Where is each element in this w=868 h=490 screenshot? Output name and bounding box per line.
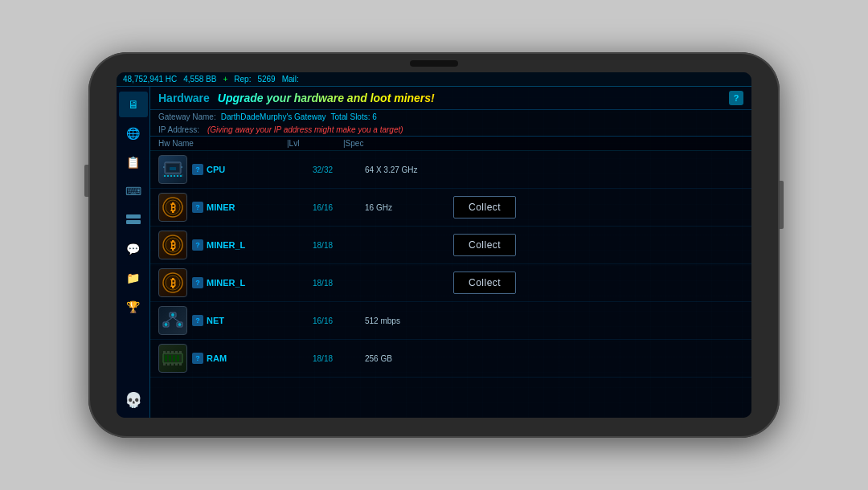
hw-name-ram: RAM [207, 353, 227, 363]
hw-icon-miner3: ₿ [158, 268, 187, 297]
hw-lvl-ram: 18/18 [313, 354, 365, 363]
hw-help-cpu[interactable]: ? [192, 164, 203, 175]
svg-point-29 [165, 323, 168, 326]
hw-info-ram: ? RAM [192, 353, 313, 364]
hw-help-miner3[interactable]: ? [192, 277, 203, 288]
hw-info-miner1: ? MINER [192, 202, 313, 213]
hw-name-miner2: MINER_L [207, 240, 245, 250]
svg-rect-35 [177, 355, 179, 361]
svg-rect-32 [165, 355, 167, 361]
col-header-name: Hw Name [158, 139, 287, 148]
svg-rect-44 [175, 351, 178, 353]
svg-rect-11 [177, 175, 178, 177]
svg-rect-43 [171, 351, 174, 353]
hw-lvl-miner3: 18/18 [313, 279, 365, 288]
svg-rect-38 [171, 363, 174, 365]
hw-info-miner3: ? MINER_L [192, 277, 313, 288]
svg-rect-45 [179, 351, 182, 353]
svg-rect-33 [169, 355, 171, 361]
svg-rect-10 [174, 175, 175, 177]
hw-lvl-miner1: 16/16 [313, 203, 365, 212]
bb-plus: + [223, 75, 227, 84]
hw-item-miner1: ₿ ? MINER 16/16 16 GHz Collect [150, 189, 751, 227]
collect-button-miner3[interactable]: Collect [453, 272, 516, 294]
sidebar-item-profile[interactable]: 💀 [119, 387, 148, 413]
svg-rect-34 [173, 355, 175, 361]
gateway-row: Gateway Name: DarthDadeMurphy's Gateway … [150, 110, 751, 124]
svg-rect-5 [181, 166, 182, 168]
mail-label: Mail: [282, 75, 299, 84]
sidebar-item-chat[interactable]: 💬 [119, 236, 148, 262]
sidebar-item-network[interactable]: 🌐 [119, 120, 148, 146]
hw-spec-miner1: 16 GHz [365, 203, 453, 212]
help-button[interactable]: ? [729, 91, 743, 105]
hw-help-miner1[interactable]: ? [192, 202, 203, 213]
hw-name-miner3: MINER_L [207, 278, 245, 288]
hw-action-miner1: Collect [453, 196, 743, 218]
phone-screen: 48,752,941 HC 4,558 BB + Rep: 5269 Mail:… [117, 72, 751, 418]
sidebar-item-code[interactable]: ⌨ [119, 178, 148, 204]
svg-rect-41 [163, 351, 166, 353]
svg-rect-0 [126, 214, 141, 218]
ip-warning: (Giving away your IP address might make … [207, 125, 403, 134]
sidebar-item-server[interactable] [119, 207, 148, 233]
sidebar-item-folder[interactable]: 📁 [119, 265, 148, 291]
phone-camera [410, 60, 458, 67]
hw-icon-miner1: ₿ [158, 193, 187, 222]
svg-text:₿: ₿ [170, 277, 176, 289]
collect-button-miner2[interactable]: Collect [453, 234, 516, 256]
svg-rect-8 [167, 175, 169, 177]
ip-row: IP Address: (Giving away your IP address… [150, 124, 751, 137]
page-title: Hardware [158, 92, 210, 104]
hw-item-cpu: ? CPU 32/32 64 X 3.27 GHz [150, 151, 751, 189]
svg-rect-37 [167, 363, 170, 365]
sidebar: 🖥 🌐 📋 ⌨ 💬 📁 🏆 💀 [117, 87, 150, 418]
hc-value: 48,752,941 HC [123, 75, 177, 84]
phone-side-btn-left [84, 165, 88, 197]
rep-value: 5269 [257, 75, 275, 84]
header-slogan: Upgrade your hardware and loot miners! [218, 92, 729, 104]
hw-item-miner3: ₿ ? MINER_L 18/18 Collect [150, 264, 751, 302]
hw-help-ram[interactable]: ? [192, 353, 203, 364]
hw-info-net: ? NET [192, 315, 313, 326]
svg-rect-42 [167, 351, 170, 353]
hw-action-miner2: Collect [453, 234, 743, 256]
svg-point-30 [178, 323, 182, 326]
hw-item-miner2: ₿ ? MINER_L 18/18 Collect [150, 227, 751, 264]
hw-info-miner2: ? MINER_L [192, 239, 313, 251]
hw-info-cpu: ? CPU [192, 164, 313, 175]
svg-rect-36 [163, 363, 166, 365]
col-header-action [440, 139, 743, 148]
col-header-lvl: |Lvl [287, 139, 343, 148]
collect-button-miner1[interactable]: Collect [453, 196, 516, 218]
main-content: 🖥 🌐 📋 ⌨ 💬 📁 🏆 💀 Hardw [117, 87, 751, 418]
hw-help-miner2[interactable]: ? [192, 239, 203, 251]
svg-rect-7 [164, 175, 166, 177]
hw-spec-net: 512 mbps [365, 316, 453, 325]
svg-text:₿: ₿ [170, 202, 176, 214]
sidebar-item-trophy[interactable]: 🏆 [119, 294, 148, 320]
sidebar-item-hardware[interactable]: 🖥 [119, 92, 148, 117]
phone-shell: 48,752,941 HC 4,558 BB + Rep: 5269 Mail:… [88, 52, 780, 438]
hw-lvl-net: 16/16 [313, 316, 365, 325]
hw-name-miner1: MINER [207, 202, 235, 212]
col-header-spec: |Spec [343, 139, 440, 148]
svg-rect-9 [170, 175, 172, 177]
sidebar-item-files[interactable]: 📋 [119, 149, 148, 175]
hw-icon-ram [158, 344, 187, 373]
svg-text:₿: ₿ [170, 239, 176, 251]
hw-icon-miner2: ₿ [158, 231, 187, 259]
svg-line-27 [173, 317, 180, 322]
svg-rect-4 [163, 166, 165, 168]
hw-name-cpu: CPU [207, 165, 225, 174]
table-header: Hw Name |Lvl |Spec [150, 137, 751, 151]
gateway-name-value: DarthDadeMurphy's Gateway [221, 112, 326, 121]
hardware-list: ? CPU 32/32 64 X 3.27 GHz ₿ ? MINER 16/1… [150, 151, 751, 418]
svg-rect-39 [175, 363, 178, 365]
right-panel: Hardware Upgrade your hardware and loot … [150, 87, 751, 418]
status-bar: 48,752,941 HC 4,558 BB + Rep: 5269 Mail: [117, 72, 751, 87]
hw-spec-cpu: 64 X 3.27 GHz [365, 165, 453, 174]
hw-name-net: NET [207, 316, 224, 325]
hw-help-net[interactable]: ? [192, 315, 203, 326]
svg-point-28 [171, 313, 174, 316]
